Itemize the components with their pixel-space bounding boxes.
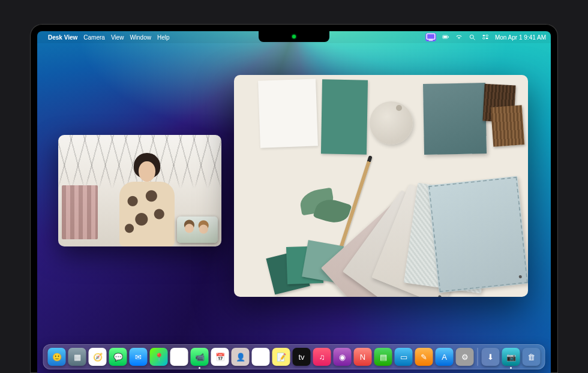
- desk-view-window[interactable]: [234, 75, 528, 297]
- svg-rect-0: [427, 34, 435, 39]
- menu-help[interactable]: Help: [157, 34, 170, 41]
- svg-rect-10: [486, 38, 488, 39]
- dock-app-mail[interactable]: ✉︎: [130, 348, 148, 366]
- swatch-wood-light: [491, 105, 524, 146]
- dock-app-tv[interactable]: tv: [293, 348, 311, 366]
- screenshare-icon[interactable]: [425, 33, 436, 41]
- dock-app-numbers[interactable]: ▤: [374, 348, 392, 366]
- dock-app-settings[interactable]: ⚙︎: [456, 348, 474, 366]
- laptop-frame: Desk View Camera View Window Help: [30, 24, 558, 373]
- presenter-video: [113, 153, 179, 246]
- dock-app-news[interactable]: N: [354, 348, 372, 366]
- participant-thumbnail[interactable]: [177, 216, 218, 243]
- svg-rect-4: [448, 37, 449, 38]
- svg-rect-3: [443, 36, 447, 38]
- control-center-icon[interactable]: [482, 34, 489, 41]
- search-icon[interactable]: [469, 34, 476, 41]
- menubar-clock[interactable]: Mon Apr 1 9:41 AM: [495, 34, 546, 41]
- dock-app-notes[interactable]: 📝: [272, 348, 290, 366]
- dock-app-music[interactable]: ♫: [313, 348, 331, 366]
- dock-app-launchpad[interactable]: ▦: [68, 348, 86, 366]
- svg-rect-8: [486, 35, 488, 36]
- swatch-teal-card: [321, 79, 368, 154]
- dock-app-finder[interactable]: 🙂: [48, 348, 66, 366]
- svg-rect-7: [482, 35, 485, 36]
- svg-point-5: [470, 35, 473, 38]
- svg-rect-9: [482, 38, 485, 39]
- dock-app-deskview-app[interactable]: 📷: [502, 348, 520, 366]
- menu-view[interactable]: View: [111, 34, 124, 41]
- dock-app-safari[interactable]: 🧭: [89, 348, 107, 366]
- svg-rect-1: [429, 40, 433, 41]
- swatch-stone-disc: [370, 101, 413, 145]
- menu-camera[interactable]: Camera: [83, 34, 105, 41]
- dock: 🙂▦🧭💬✉︎📍✿📹📅👤☑︎📝tv♫◉N▤▭✎A⚙︎⬇︎📷🗑: [43, 344, 545, 369]
- desktop: Desk View Camera View Window Help: [37, 31, 551, 373]
- dock-app-maps[interactable]: 📍: [150, 348, 168, 366]
- notch-camera: [259, 31, 329, 42]
- dock-app-pages[interactable]: ✎: [415, 348, 433, 366]
- dock-app-facetime[interactable]: 📹: [191, 348, 209, 366]
- swatch-white-card: [258, 79, 318, 148]
- dock-app-calendar[interactable]: 📅: [211, 348, 229, 366]
- svg-line-6: [473, 38, 475, 40]
- dock-app-keynote[interactable]: ▭: [395, 348, 413, 366]
- dock-app-downloads[interactable]: ⬇︎: [482, 348, 500, 366]
- dock-app-appstore[interactable]: A: [436, 348, 454, 366]
- background-clothing-rack: [62, 185, 98, 239]
- battery-icon[interactable]: [442, 34, 449, 41]
- dock-app-podcasts[interactable]: ◉: [334, 348, 352, 366]
- dock-divider: [478, 348, 478, 366]
- dock-app-trash[interactable]: 🗑: [523, 348, 541, 366]
- swatch-slate-tile: [423, 83, 487, 155]
- dock-app-photos[interactable]: ✿: [170, 348, 188, 366]
- dock-app-contacts[interactable]: 👤: [232, 348, 250, 366]
- facetime-window[interactable]: [58, 135, 221, 246]
- dock-app-reminders[interactable]: ☑︎: [252, 348, 270, 366]
- menu-window[interactable]: Window: [130, 34, 151, 41]
- wifi-icon[interactable]: [455, 34, 463, 41]
- app-menu[interactable]: Desk View: [48, 34, 77, 41]
- dock-app-messages[interactable]: 💬: [109, 348, 127, 366]
